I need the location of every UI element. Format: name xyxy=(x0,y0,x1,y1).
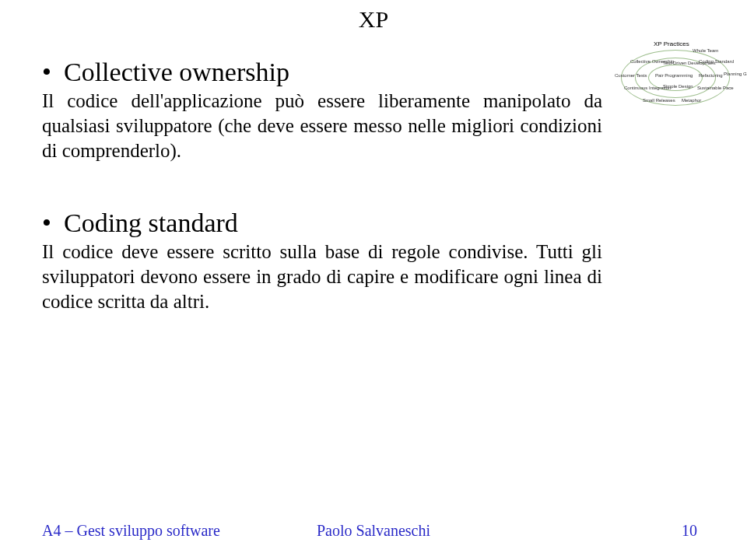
diagram-label-planning-game: Planning Game xyxy=(724,72,747,76)
bullet-heading: •Collective ownership xyxy=(42,58,602,87)
diagram-label-pair-programming: Pair Programming xyxy=(655,73,693,78)
diagram-label-refactoring: Refactoring xyxy=(699,73,723,78)
diagram-label-small-releases: Small Releases xyxy=(643,98,675,103)
content-area: •Collective ownership Il codice dell'app… xyxy=(42,58,602,359)
bullet-item-1: •Collective ownership Il codice dell'app… xyxy=(42,58,602,163)
diagram-label-sustainable-pace: Sustainable Pace xyxy=(697,86,734,90)
diagram-label-simple-design: Simple Design xyxy=(663,84,693,89)
diagram-title: XP Practices xyxy=(654,40,689,47)
bullet-dot: • xyxy=(42,208,64,238)
bullet-heading: •Coding standard xyxy=(42,208,602,238)
slide: XP •Collective ownership Il codice dell'… xyxy=(0,0,747,560)
diagram-label-metaphor: Metaphor xyxy=(682,98,701,103)
diagram-label-whole-team: Whole Team xyxy=(693,48,718,53)
bullet-description: Il codice deve essere scritto sulla base… xyxy=(42,240,602,314)
footer-page-number: 10 xyxy=(682,522,697,540)
bullet-item-2: •Coding standard Il codice deve essere s… xyxy=(42,208,602,314)
slide-title: XP xyxy=(0,6,747,33)
bullet-dot: • xyxy=(42,58,64,87)
bullet-description: Il codice dell'applicazione può essere l… xyxy=(42,89,602,163)
diagram-label-customer-tests: Customer Tests xyxy=(615,73,647,78)
footer-center: Paolo Salvaneschi xyxy=(0,522,747,540)
diagram-label-coding-standard: Coding Standard xyxy=(699,59,734,64)
bullet-heading-text: Coding standard xyxy=(64,208,238,237)
bullet-heading-text: Collective ownership xyxy=(64,58,289,86)
xp-practices-diagram: XP Practices Whole Team Collective Owner… xyxy=(615,40,739,112)
